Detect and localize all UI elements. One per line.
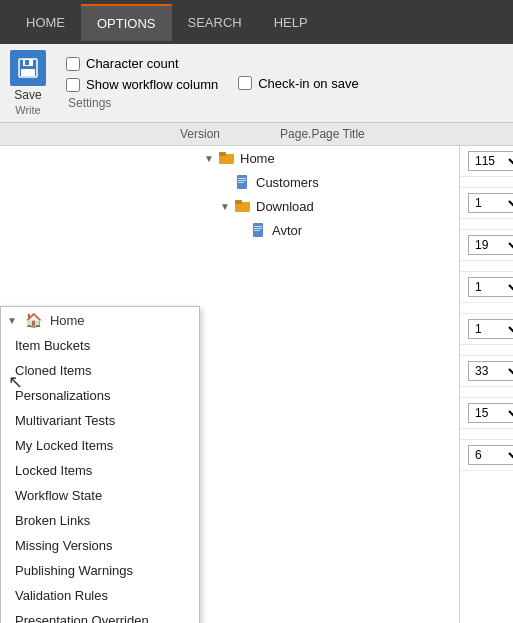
context-menu: ▼ 🏠 Home Item BucketsCloned ItemsPersona… (0, 306, 200, 623)
table-row: 115+Sitecore Development T (460, 146, 513, 177)
table-row (460, 261, 513, 272)
folder-icon (218, 149, 236, 167)
table-row: 6+Sitecore Best Practices (460, 440, 513, 471)
nav-options[interactable]: OPTIONS (81, 4, 172, 41)
right-panel: ▼HomeCustomers▼DownloadAvtor 115+Sitecor… (200, 146, 513, 623)
checkin-label: Check-in on save (258, 76, 358, 91)
version-select[interactable]: 15 (468, 403, 513, 423)
tree-arrow: ▼ (204, 153, 218, 164)
table-row: 1+Avtor Beta (460, 272, 513, 303)
version-cell (460, 429, 513, 440)
data-panel: 115+Sitecore Development T1+19+About Hed… (460, 146, 513, 623)
checkbox-group: Character count Show workflow column (66, 56, 218, 92)
nav-home[interactable]: HOME (10, 5, 81, 40)
svg-rect-9 (238, 182, 244, 183)
context-menu-item-missing-versions[interactable]: Missing Versions (1, 533, 199, 558)
tree-item-avtor[interactable]: Avtor (200, 218, 459, 242)
version-select[interactable]: 6 (468, 445, 513, 465)
version-cell: 33+ (460, 356, 513, 387)
context-menu-item-workflow-state[interactable]: Workflow State (1, 483, 199, 508)
data-table: 115+Sitecore Development T1+19+About Hed… (460, 146, 513, 471)
svg-rect-3 (25, 60, 29, 65)
table-row (460, 345, 513, 356)
tree-item-label: Download (256, 199, 455, 214)
version-controls: 115+ (468, 151, 513, 171)
save-button[interactable] (10, 50, 46, 86)
write-label: Write (15, 104, 40, 116)
version-cell: 19+ (460, 230, 513, 261)
character-count-checkbox[interactable] (66, 57, 80, 71)
checkin-checkbox[interactable] (238, 76, 252, 90)
main-area: ▼ 🏠 Home Item BucketsCloned ItemsPersona… (0, 146, 513, 623)
svg-rect-11 (235, 200, 242, 204)
context-menu-item-presentation-overriden[interactable]: Presentation Overriden (1, 608, 199, 623)
version-controls: 19+ (468, 235, 513, 255)
character-count-label: Character count (86, 56, 179, 71)
context-home[interactable]: ▼ 🏠 Home (1, 307, 199, 333)
version-select[interactable]: 19 (468, 235, 513, 255)
context-menu-item-broken-links[interactable]: Broken Links (1, 508, 199, 533)
svg-rect-2 (21, 69, 35, 76)
version-cell: 1+ (460, 314, 513, 345)
home-arrow: ▼ (7, 315, 17, 326)
context-menu-item-my-locked-items[interactable]: My Locked Items (1, 433, 199, 458)
version-cell (460, 345, 513, 356)
tree-item-home[interactable]: ▼Home (200, 146, 459, 170)
table-row: 1+Avtor-Beta_V1 (460, 314, 513, 345)
tree-arrow: ▼ (220, 201, 234, 212)
context-menu-item-locked-items[interactable]: Locked Items (1, 458, 199, 483)
table-row (460, 387, 513, 398)
version-controls: 1+ (468, 319, 513, 339)
show-workflow-label: Show workflow column (86, 77, 218, 92)
table-row: 1+ (460, 188, 513, 219)
version-cell: 15+ (460, 398, 513, 429)
context-menu-list: Item BucketsCloned ItemsPersonalizations… (1, 333, 199, 623)
context-menu-item-item-buckets[interactable]: Item Buckets (1, 333, 199, 358)
version-cell (460, 303, 513, 314)
table-row (460, 429, 513, 440)
svg-rect-5 (219, 152, 226, 156)
folder-icon (234, 197, 252, 215)
version-select[interactable]: 1 (468, 319, 513, 339)
toolbar-right: Check-in on save (238, 76, 358, 91)
version-select[interactable]: 1 (468, 193, 513, 213)
tree-item-customers[interactable]: Customers (200, 170, 459, 194)
tree-panel: ▼HomeCustomers▼DownloadAvtor (200, 146, 460, 623)
save-group: Save Write (10, 50, 46, 116)
tree-item-label: Customers (256, 175, 455, 190)
svg-rect-7 (238, 178, 246, 179)
context-menu-item-multivariant-tests[interactable]: Multivariant Tests (1, 408, 199, 433)
version-cell (460, 219, 513, 230)
version-select[interactable]: 33 (468, 361, 513, 381)
nav-search[interactable]: SEARCH (172, 5, 258, 40)
context-menu-item-personalizations[interactable]: Personalizations (1, 383, 199, 408)
tree-items-container: ▼HomeCustomers▼DownloadAvtor (200, 146, 459, 242)
tree-item-label: Avtor (272, 223, 455, 238)
version-cell (460, 387, 513, 398)
svg-rect-14 (254, 228, 262, 229)
character-count-row: Character count (66, 56, 218, 71)
show-workflow-row: Show workflow column (66, 77, 218, 92)
table-row: 33+Avtor Beta-Integrated C (460, 356, 513, 387)
tree-item-label: Home (240, 151, 455, 166)
settings-label: Settings (66, 96, 218, 110)
version-select[interactable]: 115 (468, 151, 513, 171)
section-bar: Version Page.Page Title (0, 123, 513, 146)
tree-item-download[interactable]: ▼Download (200, 194, 459, 218)
nav-help[interactable]: HELP (258, 5, 324, 40)
table-row (460, 219, 513, 230)
version-controls: 15+ (468, 403, 513, 423)
context-menu-item-publishing-warnings[interactable]: Publishing Warnings (1, 558, 199, 583)
checkin-row: Check-in on save (238, 76, 358, 91)
save-label: Save (14, 88, 41, 102)
context-menu-item-validation-rules[interactable]: Validation Rules (1, 583, 199, 608)
toolbar-settings: Character count Show workflow column Set… (66, 56, 218, 110)
version-select[interactable]: 1 (468, 277, 513, 297)
page-icon (250, 221, 268, 239)
version-cell: 1+ (460, 188, 513, 219)
context-menu-item-cloned-items[interactable]: Cloned Items (1, 358, 199, 383)
show-workflow-checkbox[interactable] (66, 78, 80, 92)
version-controls: 1+ (468, 193, 513, 213)
version-cell: 6+ (460, 440, 513, 471)
table-row: 19+About Hedgehog and o (460, 230, 513, 261)
